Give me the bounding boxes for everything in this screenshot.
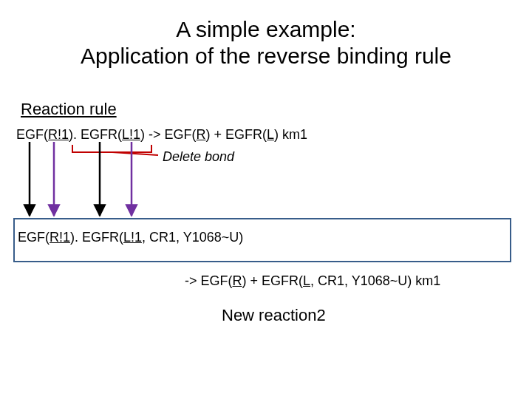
title-line-1: A simple example:: [176, 17, 355, 41]
rule-box-p1: EGF(: [18, 230, 50, 245]
rule-top-p5: ) -> EGF(: [140, 127, 197, 142]
delete-bond-bracket: [72, 145, 151, 152]
rule-top-l1: L!1: [122, 127, 140, 142]
delete-bond-pointer: [112, 152, 158, 155]
rule-top-r: R: [197, 127, 206, 142]
reaction-rule-result: -> EGF(R) + EGFR(L, CR1, Y1068~U) km1: [185, 273, 440, 289]
rule-res-p5: , CR1, Y1068~U) km1: [310, 273, 440, 288]
rule-box-p3: ). EGFR(: [70, 230, 123, 245]
rule-top-l: L: [267, 127, 274, 142]
rule-box-l1: L!1: [123, 230, 142, 245]
title-line-2: Application of the reverse binding rule: [81, 44, 451, 68]
rule-top-p9: ) km1: [274, 127, 307, 142]
rule-top-p1: EGF(: [16, 127, 48, 142]
slide-title: A simple example: Application of the rev…: [0, 16, 532, 69]
reaction-rule-top: EGF(R!1). EGFR(L!1) -> EGF(R) + EGFR(L) …: [16, 127, 307, 143]
rule-res-p1: -> EGF(: [185, 273, 233, 288]
rule-box-r1: R!1: [50, 230, 70, 245]
rule-res-r: R: [233, 273, 242, 288]
rule-top-r1: R!1: [48, 127, 69, 142]
new-reaction-label: New reaction2: [222, 306, 326, 325]
rule-res-l: L: [303, 273, 310, 288]
rule-top-p7: ) + EGFR(: [206, 127, 267, 142]
rule-top-p3: ). EGFR(: [69, 127, 122, 142]
delete-bond-label: Delete bond: [163, 149, 234, 165]
rule-res-p3: ) + EGFR(: [242, 273, 304, 288]
rule-box-p5: , CR1, Y1068~U): [142, 230, 243, 245]
section-heading: Reaction rule: [21, 100, 117, 119]
reaction-rule-box: EGF(R!1). EGFR(L!1, CR1, Y1068~U): [18, 230, 243, 245]
